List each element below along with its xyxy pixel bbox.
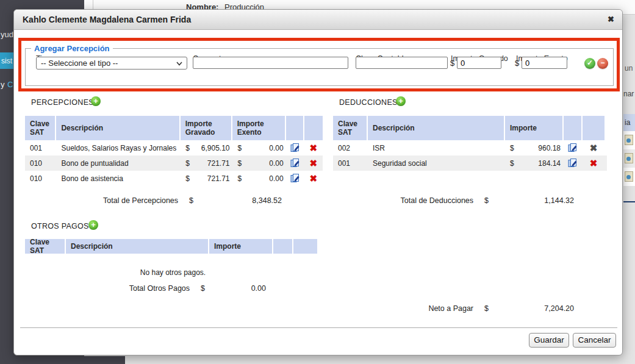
column-header [564, 116, 581, 140]
add-otro-pago-icon[interactable] [88, 220, 98, 230]
percepciones-title: PERCEPCIONES [31, 98, 94, 107]
background-divider [623, 201, 635, 202]
table-header-row: Clave SAT Descripción Importe Gravado Im… [25, 116, 323, 140]
empty-table-message: No hay otros pagos. [25, 268, 321, 277]
clave-cell: 010 [25, 155, 57, 171]
edit-icon[interactable] [564, 155, 583, 171]
descripcion-cell: Bono de asistencia [57, 171, 181, 186]
column-header [293, 239, 317, 254]
background-table-header: ia [623, 114, 635, 131]
cancel-button[interactable]: Cancelar [573, 333, 616, 348]
delete-x-icon[interactable] [304, 140, 323, 155]
clave-cell: 010 [25, 171, 57, 186]
certificate-icon[interactable] [625, 171, 633, 182]
certificate-icon[interactable] [625, 153, 633, 163]
chevron-down-icon [176, 62, 182, 66]
descripcion-cell: Bono de puntualidad [57, 155, 181, 171]
fieldset-legend: Agregar Percepción [31, 44, 113, 53]
column-header [273, 239, 292, 254]
importe-gravado-cell: $6,905.10 [181, 140, 232, 155]
background-table-row [623, 131, 635, 149]
table-row: 002 ISR $960.18 [333, 140, 607, 155]
column-header [304, 116, 323, 140]
delete-x-icon-disabled[interactable] [583, 140, 605, 155]
table-row: 001 Seguridad social $184.14 [333, 155, 607, 171]
table-row: 010 Bono de puntualidad $721.71 $0.00 [25, 155, 323, 171]
employee-payroll-dialog: Kahlo Clemente Magdalena Carmen Frida Ag… [13, 9, 623, 355]
sidebar-item-fragment[interactable]: yud [1, 30, 13, 39]
descripcion-cell: Sueldos, Salarios Rayas y Jornales [57, 140, 181, 155]
importe-gravado-cell: $721.71 [181, 155, 232, 171]
importe-exento-cell: $0.00 [233, 155, 287, 171]
column-header: Clave SAT [25, 116, 55, 140]
column-header: Descripción [56, 116, 179, 140]
descripcion-cell: Seguridad social [368, 155, 505, 171]
add-percepcion-icon[interactable] [91, 96, 101, 106]
cancel-add-button[interactable] [597, 58, 608, 69]
total-otros-pagos: Total Otros Pagos $ 0.00 [25, 284, 266, 293]
save-button[interactable]: Guardar [529, 333, 569, 348]
edit-icon[interactable] [287, 155, 304, 171]
delete-x-icon[interactable] [304, 171, 323, 186]
currency-symbol: $ [515, 59, 519, 68]
otros-pagos-table: Clave SAT Descripción Importe [25, 239, 321, 254]
importe-exento-input[interactable] [522, 57, 567, 69]
clave-contable-input[interactable] [356, 57, 448, 69]
importe-gravado-cell: $721.71 [181, 171, 232, 186]
dialog-title: Kahlo Clemente Magdalena Carmen Frida [23, 15, 191, 24]
table-row: 001 Sueldos, Salarios Rayas y Jornales $… [25, 140, 323, 155]
sidebar-item-fragment[interactable]: C [7, 80, 13, 89]
edit-icon[interactable] [287, 140, 304, 155]
column-header: Clave SAT [333, 116, 367, 140]
background-table-row [623, 168, 635, 186]
column-header: Clave SAT [25, 239, 65, 254]
column-header: Importe [209, 239, 272, 254]
otros-pagos-title: OTROS PAGOS [31, 222, 89, 230]
column-header [286, 116, 304, 140]
column-header: Descripción [368, 116, 504, 140]
background-footer-bar [0, 356, 125, 364]
column-header: Importe Gravado [181, 116, 231, 140]
footer-divider [20, 327, 617, 328]
clave-cell: 002 [333, 140, 368, 155]
background-text-fragment: un [625, 64, 633, 73]
confirm-add-button[interactable] [584, 58, 595, 69]
importe-cell: $184.14 [505, 155, 564, 171]
background-table-row [623, 149, 635, 168]
deducciones-table: Clave SAT Descripción Importe 002 ISR $9… [333, 116, 607, 171]
delete-x-icon[interactable] [304, 155, 323, 171]
close-icon[interactable] [608, 15, 614, 24]
descripcion-cell: ISR [368, 140, 505, 155]
importe-exento-cell: $0.00 [233, 171, 287, 186]
clave-cell: 001 [333, 155, 368, 171]
edit-icon[interactable] [564, 140, 583, 155]
column-header: Importe Exento [232, 116, 285, 140]
total-percepciones: Total de Percepciones $ 8,348.52 [25, 196, 282, 205]
table-header-row: Clave SAT Descripción Importe [25, 239, 321, 254]
currency-symbol: $ [450, 59, 454, 68]
add-deduccion-icon[interactable] [396, 96, 406, 106]
column-header: Importe [505, 116, 562, 140]
certificate-icon[interactable] [625, 135, 633, 145]
edit-icon[interactable] [287, 171, 304, 186]
background-text-fragment: nar [623, 90, 634, 98]
neto-a-pagar: Neto a Pagar $ 7,204.20 [333, 304, 574, 313]
table-row: 010 Bono de asistencia $721.71 $0.00 [25, 171, 323, 186]
deducciones-title: DEDUCCIONES [339, 98, 398, 107]
concepto-input[interactable] [193, 57, 348, 69]
importe-exento-cell: $0.00 [233, 140, 287, 155]
total-deducciones: Total de Deducciones $ 1,144.32 [333, 196, 574, 205]
sidebar-item-active[interactable]: sist [0, 52, 15, 69]
column-header: Descripción [66, 239, 208, 254]
table-header-row: Clave SAT Descripción Importe [333, 116, 607, 140]
importe-cell: $960.18 [505, 140, 564, 155]
delete-x-icon[interactable] [583, 155, 605, 171]
clave-cell: 001 [25, 140, 57, 155]
percepciones-table: Clave SAT Descripción Importe Gravado Im… [25, 116, 323, 186]
sidebar-item-fragment[interactable]: y [1, 80, 5, 89]
tipo-select[interactable]: -- Seleccione el tipo -- [36, 57, 187, 70]
column-header [583, 116, 605, 140]
importe-gravado-input[interactable] [457, 57, 501, 69]
dialog-titlebar[interactable]: Kahlo Clemente Magdalena Carmen Frida [14, 10, 622, 30]
